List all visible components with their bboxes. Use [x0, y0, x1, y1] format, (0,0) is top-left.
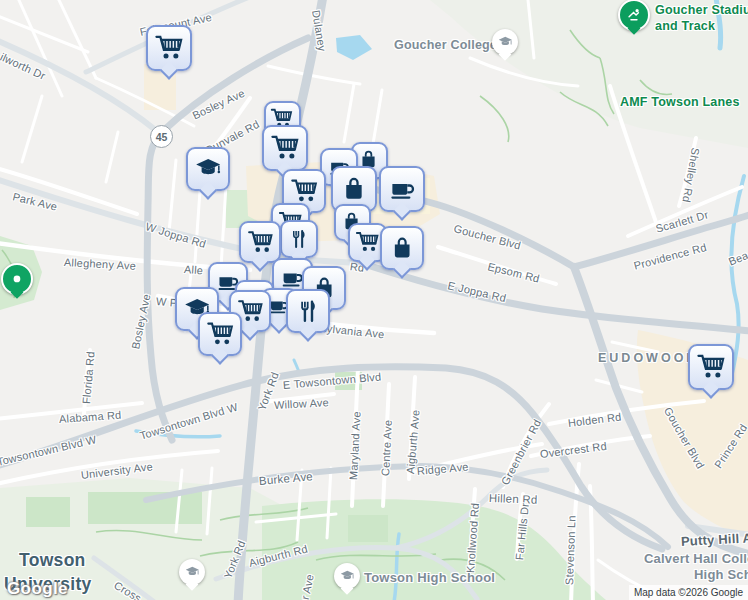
cart-icon [695, 351, 727, 383]
cart-icon [289, 176, 319, 206]
poi-marker-grad[interactable] [186, 147, 230, 191]
google-logo[interactable]: Google [7, 579, 68, 599]
grad-icon [193, 154, 223, 184]
poi-marker-bag[interactable] [380, 226, 424, 270]
map-canvas[interactable]: Fairmount Aveilworth DrDulaneyBosley Ave… [0, 0, 748, 600]
bag-icon [387, 233, 417, 263]
cart-icon [269, 132, 301, 164]
poi-marker-cart[interactable] [146, 25, 192, 71]
poi-marker-cart[interactable] [198, 312, 242, 356]
poi-marker-utensils[interactable] [280, 220, 318, 258]
poi-marker-coffee[interactable] [379, 166, 425, 212]
poi-marker-cart[interactable] [688, 344, 734, 390]
bag-icon [338, 173, 370, 205]
poi-marker-cart[interactable] [262, 125, 308, 171]
cart-icon [354, 229, 381, 256]
map-attribution: Map data ©2026 Google [629, 585, 748, 600]
cart-icon [246, 228, 275, 257]
utensils-icon [293, 296, 323, 326]
utensils-icon [286, 226, 312, 252]
poi-marker-cart[interactable] [239, 221, 281, 263]
map-markers-layer [0, 0, 748, 600]
cart-icon [205, 319, 235, 349]
coffee-icon [386, 173, 418, 205]
poi-marker-utensils[interactable] [286, 289, 330, 333]
cart-icon [153, 32, 185, 64]
